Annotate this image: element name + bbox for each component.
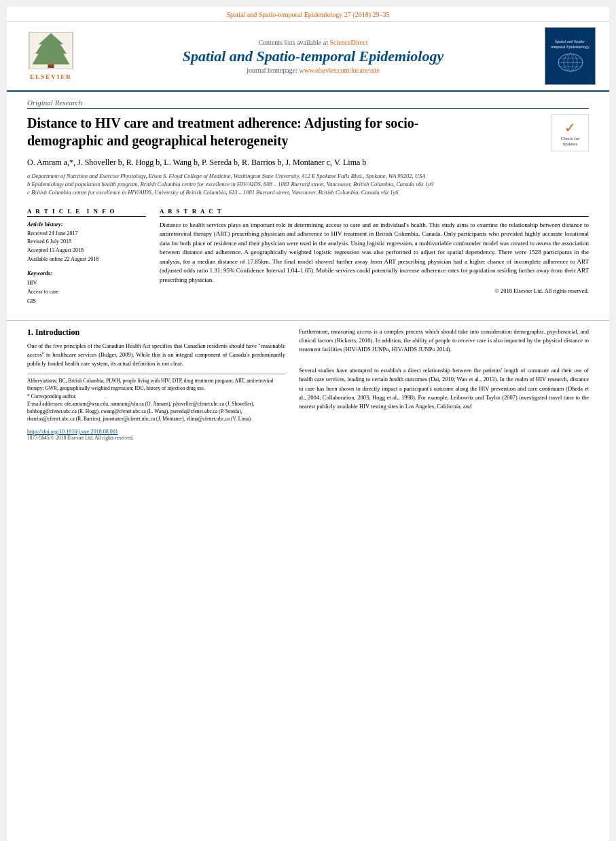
introduction-column: 1. Introduction One of the five principl… xyxy=(27,327,285,426)
doi-block: https://doi.org/10.1016/j.sste.2018.08.0… xyxy=(7,426,609,442)
elsevier-brand-text: ELSEVIER xyxy=(20,73,81,80)
check-icon: ✓ xyxy=(564,120,576,136)
journal-homepage-link[interactable]: www.elsevier.com/locate/sste xyxy=(300,67,380,74)
authors-block: Distance to HIV care and treatment adher… xyxy=(27,114,545,201)
email-notes: E-mail addresses: ofe.amram@wsu.edu, oam… xyxy=(27,400,285,423)
doi-link[interactable]: https://doi.org/10.1016/j.sste.2018.08.0… xyxy=(27,429,118,435)
authors-list: O. Amram a,*, J. Shoveller b, R. Hogg b,… xyxy=(27,156,545,168)
copyright-notice: © 2018 Elsevier Ltd. All rights reserved… xyxy=(160,287,589,294)
keywords-label: Keywords: xyxy=(27,270,146,276)
elsevier-logo: ELSEVIER xyxy=(20,32,81,80)
journal-homepage: journal homepage: www.elsevier.com/locat… xyxy=(88,67,538,74)
article-dates: Received 24 June 2017 Revised 6 July 201… xyxy=(27,230,146,264)
abbreviations-note: Abbreviations: BC, British Columbia; PLW… xyxy=(27,377,285,393)
intro-heading: 1. Introduction xyxy=(27,327,285,338)
abstract-heading: A B S T R A C T xyxy=(160,208,589,217)
svg-rect-2 xyxy=(48,65,54,69)
journal-title-block: Contents lists available at ScienceDirec… xyxy=(88,39,538,74)
article-body: Original Research Distance to HIV care a… xyxy=(7,92,609,313)
corresponding-note: * Corresponding author. xyxy=(27,393,285,400)
title-badge-row: Distance to HIV care and treatment adher… xyxy=(27,114,589,201)
elsevier-tree-icon xyxy=(27,32,75,69)
keywords-list: HIV Access to care GIS xyxy=(27,279,146,306)
article-info-column: A R T I C L E I N F O Article history: R… xyxy=(27,208,146,306)
citation-text: Spatial and Spatio-temporal Epidemiology… xyxy=(227,11,390,18)
check-for-updates-badge: ✓ Check for updates xyxy=(551,114,589,151)
intro-paragraph: One of the five principles of the Canadi… xyxy=(27,342,285,369)
abstract-text: Distance to health services plays an imp… xyxy=(160,221,589,285)
footnote-bar: Abbreviations: BC, British Columbia; PLW… xyxy=(27,374,285,423)
right-para-1: Furthermore, measuring access is a compl… xyxy=(299,327,589,355)
science-direct-link-line: Contents lists available at ScienceDirec… xyxy=(88,39,538,46)
cover-globe-icon xyxy=(557,52,584,73)
affiliation-c: c British Columbia centre for excellence… xyxy=(27,189,545,197)
issn-text: 1877-5845/© 2018 Elsevier Ltd. All right… xyxy=(27,435,589,441)
article-title: Distance to HIV care and treatment adher… xyxy=(27,114,462,149)
section-divider xyxy=(7,320,609,321)
journal-cover-image: Spatial and Spatio-temporal Epidemiology xyxy=(545,27,596,85)
journal-header: ELSEVIER Contents lists available at Sci… xyxy=(7,22,609,92)
affiliation-a: a Department of Nutrition and Exercise P… xyxy=(27,173,545,181)
right-para-2: Several studies have attempted to establ… xyxy=(299,366,589,411)
history-label: Article history: xyxy=(27,221,146,228)
check-badge-label: Check for updates xyxy=(555,136,585,147)
article-info-heading: A R T I C L E I N F O xyxy=(27,208,146,217)
abstract-column: A B S T R A C T Distance to health servi… xyxy=(160,208,589,306)
journal-main-title: Spatial and Spatio-temporal Epidemiology xyxy=(88,48,538,65)
right-intro-column: Furthermore, measuring access is a compl… xyxy=(299,327,589,426)
page: Spatial and Spatio-temporal Epidemiology… xyxy=(7,7,609,841)
journal-citation: Spatial and Spatio-temporal Epidemiology… xyxy=(7,7,609,22)
science-direct-link[interactable]: ScienceDirect xyxy=(329,39,367,46)
affiliation-b: b Epidemiology and population health pro… xyxy=(27,181,545,189)
info-abstract-columns: A R T I C L E I N F O Article history: R… xyxy=(27,208,589,306)
introduction-section: 1. Introduction One of the five principl… xyxy=(7,327,609,426)
affiliations: a Department of Nutrition and Exercise P… xyxy=(27,173,545,197)
article-type: Original Research xyxy=(27,99,589,109)
